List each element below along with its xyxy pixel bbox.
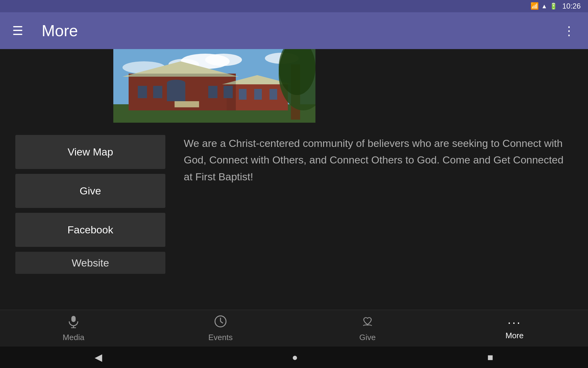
media-icon	[67, 315, 80, 330]
svg-line-31	[221, 321, 223, 323]
svg-rect-26	[71, 316, 76, 322]
facebook-button[interactable]: Facebook	[15, 213, 165, 247]
app-toolbar: ☰ More ⋮	[0, 12, 588, 49]
page-title: More	[42, 21, 563, 40]
status-time: 10:26	[562, 2, 581, 10]
right-panel: We are a Christ-centered community of be…	[165, 123, 588, 331]
image-dark-left	[0, 49, 113, 123]
description-text: We are a Christ-centered community of be…	[184, 135, 570, 185]
hamburger-icon[interactable]: ☰	[12, 25, 23, 37]
wifi-icon: 📶	[530, 2, 539, 10]
nav-label-give: Give	[359, 333, 375, 342]
nav-item-more[interactable]: ··· More	[484, 316, 545, 340]
back-button[interactable]: ◀	[95, 351, 102, 363]
website-button[interactable]: Website	[15, 252, 165, 274]
svg-rect-18	[239, 89, 247, 100]
more-dots-nav-icon: ···	[507, 316, 521, 328]
nav-item-media[interactable]: Media	[43, 315, 104, 342]
nav-item-events[interactable]: Events	[190, 315, 251, 342]
give-heart-icon	[361, 315, 374, 330]
view-map-button[interactable]: View Map	[15, 135, 165, 169]
image-dark-right	[315, 49, 588, 123]
svg-rect-25	[129, 74, 236, 110]
home-button[interactable]: ●	[292, 352, 298, 363]
nav-label-more: More	[505, 331, 523, 340]
church-image	[113, 49, 315, 123]
svg-point-2	[205, 54, 242, 66]
nav-label-events: Events	[208, 333, 233, 342]
status-icons: 📶 ▲ 🔋 10:26	[530, 2, 581, 10]
left-panel: View Map Give Facebook Website	[0, 123, 165, 331]
svg-rect-19	[254, 89, 262, 100]
bottom-nav: Media Events Give ··· More	[0, 310, 588, 347]
signal-icon: ▲	[541, 3, 547, 10]
nav-item-give[interactable]: Give	[337, 315, 398, 342]
system-nav-bar: ◀ ● ■	[0, 347, 588, 368]
recents-button[interactable]: ■	[487, 352, 493, 363]
nav-label-media: Media	[63, 333, 85, 342]
content-area: View Map Give Facebook Website We are a …	[0, 123, 588, 331]
give-button[interactable]: Give	[15, 174, 165, 208]
more-dots-icon[interactable]: ⋮	[563, 24, 576, 38]
battery-icon: 🔋	[550, 2, 557, 10]
svg-rect-20	[270, 89, 277, 100]
status-bar: 📶 ▲ 🔋 10:26	[0, 0, 588, 12]
events-icon	[214, 315, 227, 330]
